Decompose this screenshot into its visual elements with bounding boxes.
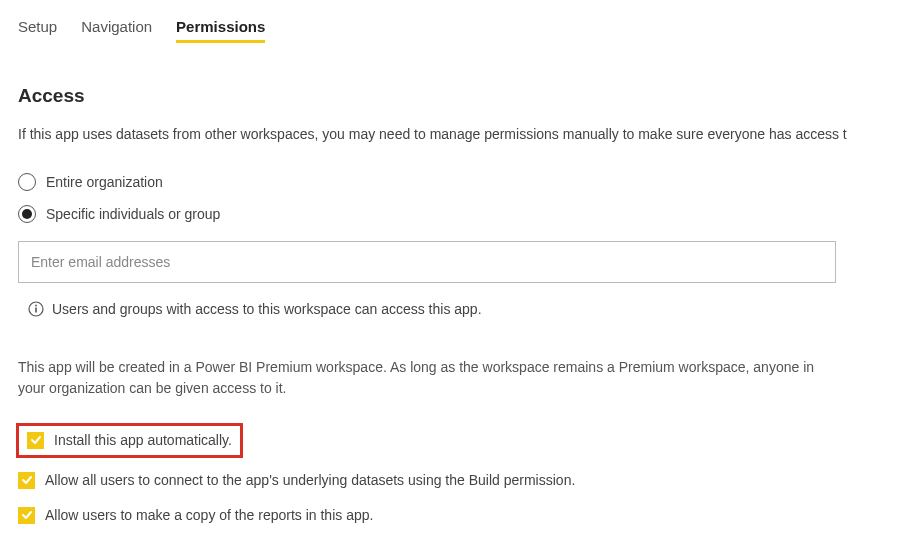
checkbox-allow-connect[interactable]: Allow all users to connect to the app's … bbox=[18, 472, 898, 489]
checkbox-label-allow-copy: Allow users to make a copy of the report… bbox=[45, 507, 373, 523]
radio-circle-icon bbox=[18, 173, 36, 191]
access-description: If this app uses datasets from other wor… bbox=[18, 125, 898, 145]
info-icon bbox=[28, 301, 44, 317]
email-addresses-input[interactable] bbox=[18, 241, 836, 283]
tab-navigation[interactable]: Navigation bbox=[81, 18, 152, 43]
radio-circle-icon bbox=[18, 205, 36, 223]
info-note: Users and groups with access to this wor… bbox=[28, 301, 898, 317]
tab-bar: Setup Navigation Permissions bbox=[18, 18, 898, 43]
checkbox-label-install-auto: Install this app automatically. bbox=[54, 432, 232, 448]
premium-note: This app will be created in a Power BI P… bbox=[18, 357, 838, 399]
checkbox-checked-icon bbox=[18, 507, 35, 524]
radio-label-entire: Entire organization bbox=[46, 174, 163, 190]
checkbox-label-allow-connect: Allow all users to connect to the app's … bbox=[45, 472, 575, 488]
checkbox-allow-copy[interactable]: Allow users to make a copy of the report… bbox=[18, 507, 898, 524]
checkbox-checked-icon bbox=[18, 472, 35, 489]
access-heading: Access bbox=[18, 85, 898, 107]
radio-specific-individuals[interactable]: Specific individuals or group bbox=[18, 205, 898, 223]
radio-entire-organization[interactable]: Entire organization bbox=[18, 173, 898, 191]
svg-point-1 bbox=[35, 304, 37, 306]
checkbox-checked-icon bbox=[27, 432, 44, 449]
tab-setup[interactable]: Setup bbox=[18, 18, 57, 43]
radio-label-specific: Specific individuals or group bbox=[46, 206, 220, 222]
info-text: Users and groups with access to this wor… bbox=[52, 301, 482, 317]
svg-rect-2 bbox=[35, 307, 37, 312]
tab-permissions[interactable]: Permissions bbox=[176, 18, 265, 43]
highlight-install-auto: Install this app automatically. bbox=[16, 423, 243, 458]
checkbox-install-auto[interactable]: Install this app automatically. bbox=[27, 432, 232, 449]
